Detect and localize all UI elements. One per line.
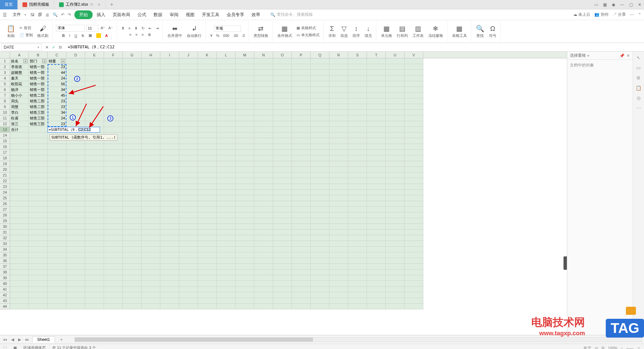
cell[interactable] [198,218,217,224]
cell[interactable] [386,87,405,93]
cell[interactable] [179,138,198,144]
cell[interactable] [405,247,423,252]
cell[interactable] [405,287,423,292]
cell[interactable] [348,258,367,264]
cell[interactable] [235,87,254,93]
cell[interactable] [405,292,423,298]
cell[interactable] [273,224,292,230]
cell[interactable] [386,264,405,269]
cell[interactable] [235,133,254,138]
spreadsheet-grid[interactable]: ABCDEFGHIJKLMNOPQRSTUV 1姓名▾部门▾销量▾2李依依销售一… [0,52,567,335]
cell[interactable] [348,224,367,230]
cell[interactable] [311,76,329,81]
cell[interactable]: 销售三部 [29,115,48,121]
cell[interactable] [405,127,423,133]
cell[interactable]: 销售一部 [29,76,48,81]
cell[interactable] [386,218,405,224]
row-header[interactable]: 27 [0,207,10,212]
cell[interactable] [273,304,292,309]
cell[interactable] [10,190,29,195]
cell[interactable] [179,184,198,190]
cell[interactable] [123,241,142,247]
row-header[interactable]: 40 [0,281,10,287]
cell[interactable] [329,218,348,224]
sheet-last-button[interactable]: ⏭ [24,337,30,342]
cell[interactable] [85,235,104,241]
cell[interactable] [10,258,29,264]
cell[interactable] [329,224,348,230]
cut-button[interactable]: ✂ 剪切 [18,25,34,31]
sheet-first-button[interactable]: ⏮ [2,337,8,342]
cell[interactable] [66,241,85,247]
cell[interactable] [292,58,311,64]
cell[interactable] [235,178,254,184]
cell[interactable] [123,58,142,64]
row-header[interactable]: 29 [0,218,10,224]
cell[interactable] [198,269,217,275]
cell[interactable] [85,161,104,167]
cell[interactable] [405,218,423,224]
cell[interactable] [104,195,123,201]
cell[interactable] [329,81,348,87]
row-header[interactable]: 36 [0,258,10,264]
cell[interactable] [29,150,48,155]
cell[interactable] [160,224,179,230]
justify-button[interactable]: ≣ [147,32,152,37]
cell[interactable] [292,235,311,241]
cell[interactable] [85,298,104,304]
cell[interactable] [142,264,160,269]
cell[interactable] [329,269,348,275]
cell[interactable] [329,190,348,195]
sort-button[interactable]: ↕排序 [351,24,361,39]
cell[interactable] [179,172,198,178]
cell[interactable] [66,121,85,127]
cell[interactable] [104,161,123,167]
close-window-button[interactable]: ✕ [636,1,644,9]
dec-inc-button[interactable]: .00 [232,33,239,38]
more-tool-icon[interactable]: ⋯ [636,105,641,111]
cell[interactable] [217,167,235,172]
cell[interactable] [104,230,123,235]
cell[interactable] [123,138,142,144]
cancel-formula-button[interactable]: ✕ [44,45,50,50]
cell[interactable] [48,298,66,304]
cell[interactable] [311,235,329,241]
cell[interactable] [104,287,123,292]
cell[interactable]: 23 [48,121,66,127]
row-header[interactable]: 17 [0,150,10,155]
cell[interactable] [235,235,254,241]
cell[interactable] [198,258,217,264]
row-header[interactable]: 4 [0,76,10,81]
cell[interactable] [85,264,104,269]
cell[interactable] [217,212,235,218]
cell[interactable] [198,127,217,133]
col-header-Q[interactable]: Q [311,52,329,58]
cell[interactable] [386,64,405,70]
cell[interactable] [29,304,48,309]
side-tab-handle[interactable] [564,256,567,270]
cell[interactable]: 23 [48,98,66,104]
cell[interactable] [292,275,311,281]
cell[interactable] [311,207,329,212]
cell[interactable] [66,70,85,76]
cell[interactable] [198,104,217,110]
cell[interactable] [160,207,179,212]
fx-button[interactable]: fx [58,45,63,50]
cell[interactable] [160,212,179,218]
chevron-down-icon[interactable]: ▾ [38,46,39,49]
cell[interactable] [235,64,254,70]
cell[interactable] [405,167,423,172]
cell[interactable] [85,104,104,110]
cell[interactable] [405,201,423,207]
cell[interactable] [29,247,48,252]
cell[interactable] [104,241,123,247]
cell[interactable] [142,247,160,252]
cell[interactable] [217,155,235,161]
cell[interactable] [123,287,142,292]
cell[interactable] [29,281,48,287]
cell[interactable] [160,247,179,252]
cell[interactable] [160,133,179,138]
cell[interactable] [66,235,85,241]
cell[interactable] [329,258,348,264]
cell[interactable] [292,81,311,87]
